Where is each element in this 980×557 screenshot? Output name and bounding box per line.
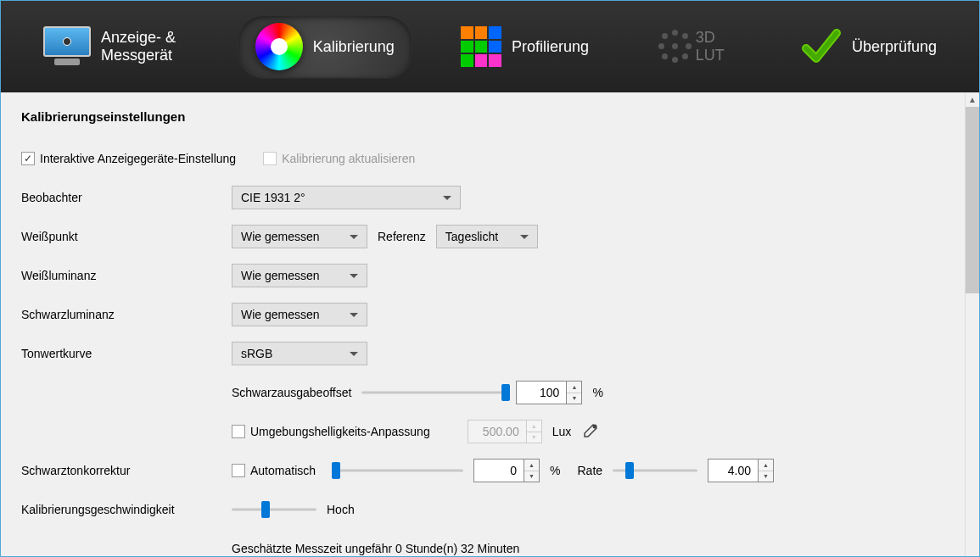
interactive-adjust-checkbox[interactable]: Interaktive Anzeigegeräte-Einstellung <box>21 152 236 165</box>
speed-slider[interactable] <box>232 501 316 518</box>
black-offset-input[interactable]: ▲▼ <box>516 381 582 404</box>
black-correction-slider[interactable] <box>336 462 463 479</box>
tab-display-instrument[interactable]: Anzeige- & Messgerät <box>26 19 206 74</box>
spin-up-icon[interactable]: ▲ <box>567 382 581 393</box>
rate-label: Rate <box>578 464 603 477</box>
vertical-scrollbar[interactable]: ▲ <box>965 92 979 556</box>
speed-value-label: Hoch <box>327 503 355 516</box>
spin-up-icon: ▲ <box>527 421 541 432</box>
auto-checkbox[interactable]: Automatisch <box>232 464 316 477</box>
colorwheel-icon <box>255 23 303 70</box>
checkbox-label: Interaktive Anzeigegeräte-Einstellung <box>40 152 236 165</box>
rate-slider[interactable] <box>613 462 697 479</box>
scroll-up-icon[interactable]: ▲ <box>966 92 979 107</box>
eyedropper-icon[interactable] <box>581 423 598 440</box>
monitor-icon <box>43 26 91 67</box>
spin-down-icon: ▼ <box>527 432 541 443</box>
rate-input[interactable]: ▲▼ <box>708 459 774 482</box>
ambient-input: ▲▼ <box>468 420 542 443</box>
tab-3d-lut[interactable]: 3D LUT <box>638 19 752 74</box>
spin-down-icon[interactable]: ▼ <box>567 393 581 404</box>
checkbox-icon <box>263 152 277 165</box>
checkbox-label: Automatisch <box>250 464 316 477</box>
black-offset-slider[interactable] <box>361 384 506 401</box>
tab-calibration[interactable]: Kalibrierung <box>238 16 412 77</box>
reference-select[interactable]: Tageslicht <box>436 225 538 248</box>
observer-select[interactable]: CIE 1931 2° <box>232 186 461 209</box>
speed-label: Kalibrierungsgeschwindigkeit <box>21 503 232 516</box>
tone-curve-select[interactable]: sRGB <box>232 342 367 365</box>
section-title: Kalibrierungseinstellungen <box>21 109 944 124</box>
calibration-settings-panel: Kalibrierungseinstellungen Interaktive A… <box>1 92 965 556</box>
tab-label: Profilierung <box>512 38 589 56</box>
black-luminance-select[interactable]: Wie gemessen <box>232 303 367 326</box>
checkbox-label: Kalibrierung aktualisieren <box>282 152 415 165</box>
black-offset-label: Schwarzausgabeoffset <box>232 386 351 399</box>
spin-up-icon[interactable]: ▲ <box>759 460 773 471</box>
svg-point-0 <box>593 425 597 429</box>
main-toolbar: Anzeige- & Messgerät Kalibrierung Profil… <box>1 1 979 92</box>
white-luminance-label: Weißluminanz <box>21 269 232 282</box>
unit-label: % <box>592 386 602 399</box>
tab-label: Anzeige- & Messgerät <box>101 29 189 64</box>
white-luminance-select[interactable]: Wie gemessen <box>232 264 367 287</box>
checkbox-icon <box>232 425 245 438</box>
tab-label: Überprüfung <box>852 38 937 56</box>
checkbox-icon <box>232 464 245 477</box>
tab-label: 3D LUT <box>696 29 735 64</box>
black-correction-label: Schwarztonkorrektur <box>21 464 232 477</box>
tab-label: Kalibrierung <box>313 38 395 56</box>
black-luminance-label: Schwarzluminanz <box>21 308 232 321</box>
spin-down-icon[interactable]: ▼ <box>524 471 539 482</box>
whitepoint-label: Weißpunkt <box>21 230 232 243</box>
checkmark-icon <box>801 26 842 67</box>
update-calibration-checkbox: Kalibrierung aktualisieren <box>263 152 415 165</box>
checkbox-icon <box>21 152 35 165</box>
unit-label: % <box>550 464 560 477</box>
unit-label: Lux <box>552 425 572 438</box>
whitepoint-select[interactable]: Wie gemessen <box>232 225 367 248</box>
tab-profiling[interactable]: Profilierung <box>444 19 606 74</box>
ambient-checkbox[interactable]: Umgebungshelligkeits-Anpassung <box>232 425 430 438</box>
spin-down-icon[interactable]: ▼ <box>759 471 773 482</box>
tone-curve-label: Tonwertkurve <box>21 347 232 360</box>
spin-up-icon[interactable]: ▲ <box>524 460 539 471</box>
observer-label: Beobachter <box>21 191 232 204</box>
estimate-text: Geschätzte Messzeit ungefähr 0 Stunde(n)… <box>232 542 519 555</box>
reference-label: Referenz <box>378 230 426 243</box>
black-correction-input[interactable]: ▲▼ <box>473 459 540 482</box>
scroll-thumb[interactable] <box>966 107 979 293</box>
color-grid-icon <box>461 26 501 67</box>
cluster-icon <box>655 26 686 67</box>
checkbox-label: Umgebungshelligkeits-Anpassung <box>250 425 430 438</box>
tab-verification[interactable]: Überprüfung <box>784 19 954 74</box>
